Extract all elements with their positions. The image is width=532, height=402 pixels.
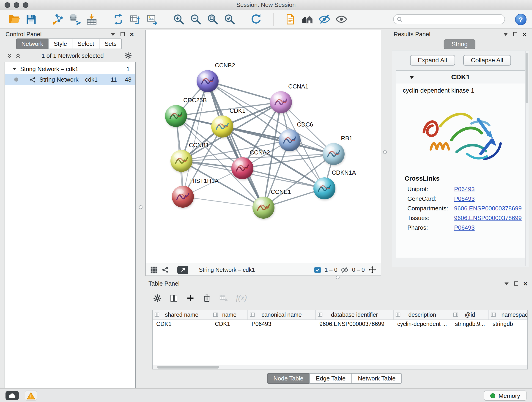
panel-collapse-icon[interactable]: [504, 281, 509, 286]
pan-move-icon[interactable]: [368, 266, 376, 274]
warnings-button[interactable]: [25, 390, 37, 401]
column-header-database-identifier[interactable]: database identifier: [316, 310, 394, 319]
network-node-HIST1H1A[interactable]: [172, 186, 194, 208]
open-session-icon[interactable]: [7, 12, 21, 26]
panel-float-icon[interactable]: [513, 32, 517, 36]
collapse-all-trees-icon[interactable]: [15, 52, 21, 58]
table-cell[interactable]: cyclin-dependent ...: [394, 320, 451, 330]
zoom-out-icon[interactable]: [189, 12, 203, 26]
zoom-fit-icon[interactable]: [206, 12, 220, 26]
tab-sets[interactable]: Sets: [99, 38, 122, 49]
table-cell[interactable]: 9606.ENSP00000378699: [316, 320, 394, 330]
network-node-CCNA1[interactable]: [270, 91, 292, 113]
selected-nodes-checkbox[interactable]: [315, 267, 321, 273]
minimize-window-button[interactable]: [14, 2, 19, 8]
maximize-window-button[interactable]: [23, 2, 28, 8]
network-node-CCNB1[interactable]: [171, 150, 192, 172]
network-node-RB1[interactable]: [323, 143, 345, 165]
new-network-from-selection-icon[interactable]: [128, 12, 142, 26]
close-window-button[interactable]: [5, 2, 10, 8]
panel-collapse-icon[interactable]: [503, 32, 508, 36]
table-row[interactable]: CDK1CDK1P064939606.ENSP00000378699cyclin…: [152, 320, 527, 330]
table-cell[interactable]: stringdb: [489, 320, 528, 330]
network-options-gear-icon[interactable]: [124, 51, 132, 59]
gene-card-caret-icon[interactable]: [409, 75, 414, 80]
network-graph[interactable]: CCNB2CCNA1CDC25BCDK1CDC6RB1CCNB1CCNA2CDK…: [146, 30, 382, 264]
column-header-name[interactable]: name: [211, 310, 248, 319]
memory-button[interactable]: Memory: [484, 390, 526, 401]
first-neighbors-icon[interactable]: [111, 12, 125, 26]
panel-float-icon[interactable]: [514, 281, 518, 285]
results-scrollbar[interactable]: [525, 51, 528, 266]
tree-caret-icon[interactable]: [12, 67, 17, 71]
tab-node-table[interactable]: Node Table: [267, 373, 310, 384]
expand-all-trees-icon[interactable]: [6, 52, 12, 58]
column-header-namespace[interactable]: namespace: [489, 310, 528, 319]
network-node-CCNE1[interactable]: [253, 197, 274, 219]
column-header-shared-name[interactable]: shared name: [152, 310, 211, 319]
tab-network[interactable]: Network: [16, 38, 49, 49]
column-header-description[interactable]: description: [394, 310, 451, 319]
network-node-CDK1[interactable]: [211, 115, 233, 138]
panel-close-icon[interactable]: ×: [523, 280, 527, 287]
save-session-icon[interactable]: [24, 12, 38, 26]
expand-all-button[interactable]: Expand All: [410, 55, 455, 65]
panel-close-icon[interactable]: ×: [522, 31, 526, 37]
column-header--id[interactable]: @id: [451, 310, 489, 319]
crosslink-link[interactable]: P06493: [454, 186, 475, 192]
birdseye-view-icon[interactable]: [150, 266, 158, 274]
network-collection-row[interactable]: String Network – cdk1 1: [5, 64, 135, 74]
network-node-CDKN1A[interactable]: [313, 177, 336, 199]
add-column-icon[interactable]: [186, 294, 195, 302]
network-node-CCNB2[interactable]: [196, 70, 219, 92]
table-cell[interactable]: CDK1: [152, 320, 211, 330]
tab-network-table[interactable]: Network Table: [351, 373, 402, 384]
edge-CCNB2-CCNE1[interactable]: [208, 81, 264, 208]
delete-column-trash-icon[interactable]: [203, 294, 211, 302]
show-panels-icon[interactable]: [301, 12, 314, 26]
table-cell[interactable]: stringdb:9...: [451, 320, 489, 330]
crosslink-link[interactable]: P06493: [454, 195, 475, 202]
search-input[interactable]: [393, 14, 505, 24]
tab-style[interactable]: Style: [48, 38, 73, 49]
network-node-CDC25B[interactable]: [165, 105, 187, 127]
apply-layout-icon[interactable]: [249, 12, 263, 26]
left-splitter-handle[interactable]: [139, 205, 143, 209]
crosslink-link[interactable]: 9606.ENSP00000378699: [454, 215, 522, 221]
crosslink-link[interactable]: 9606.ENSP00000378699: [454, 205, 522, 212]
table-cell[interactable]: P06493: [248, 320, 316, 330]
zoom-selected-icon[interactable]: [223, 12, 236, 26]
column-header-canonical-name[interactable]: canonical name: [248, 310, 316, 319]
help-button[interactable]: ?: [515, 13, 526, 25]
right-splitter-handle[interactable]: [383, 150, 387, 154]
network-node-CDC6[interactable]: [279, 129, 301, 151]
edge-HIST1H1A-CCNE1[interactable]: [183, 197, 264, 208]
network-overview-icon[interactable]: [162, 266, 169, 273]
bottom-splitter-handle[interactable]: [336, 275, 340, 279]
panel-collapse-icon[interactable]: [110, 32, 115, 36]
export-image-icon[interactable]: [145, 12, 159, 26]
import-table-icon[interactable]: [85, 12, 99, 26]
show-eye-icon[interactable]: [335, 12, 348, 26]
panel-close-icon[interactable]: ×: [130, 31, 134, 37]
import-network-database-icon[interactable]: [68, 12, 82, 26]
cloud-button[interactable]: [6, 391, 19, 400]
results-scrollbar-thumb[interactable]: [526, 53, 528, 103]
open-document-icon[interactable]: [284, 12, 298, 26]
zoom-in-icon[interactable]: [172, 12, 186, 26]
hidden-eye-slash-icon[interactable]: [341, 266, 348, 274]
table-scrollbar-thumb[interactable]: [157, 366, 219, 369]
export-network-button[interactable]: [177, 266, 188, 274]
network-row[interactable]: String Network – cdk1 11 48: [5, 74, 135, 85]
crosslink-link[interactable]: P06493: [454, 224, 475, 231]
collapse-all-button[interactable]: Collapse All: [463, 55, 511, 65]
tab-string[interactable]: String: [444, 39, 476, 49]
show-columns-icon[interactable]: [170, 294, 178, 302]
table-settings-gear-icon[interactable]: [153, 294, 162, 302]
network-node-CCNA2[interactable]: [231, 157, 253, 179]
tab-edge-table[interactable]: Edge Table: [310, 373, 352, 384]
import-network-file-icon[interactable]: [51, 12, 65, 26]
table-cell[interactable]: CDK1: [211, 320, 248, 330]
hide-eye-icon[interactable]: [317, 12, 331, 26]
panel-float-icon[interactable]: [120, 32, 125, 36]
